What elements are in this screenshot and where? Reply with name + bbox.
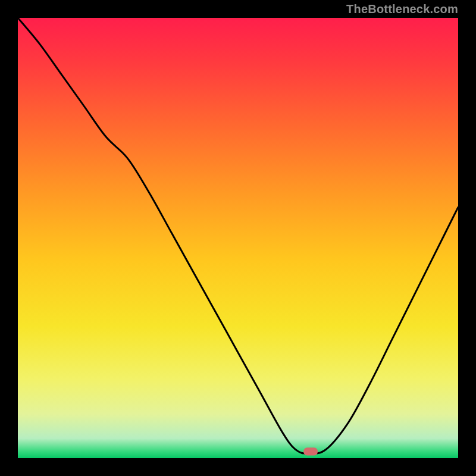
optimal-point-marker <box>303 447 318 455</box>
plot-area <box>18 18 458 458</box>
plot-svg <box>18 18 458 458</box>
gradient-background <box>18 18 458 458</box>
watermark-text: TheBottleneck.com <box>346 2 458 16</box>
chart-frame: TheBottleneck.com <box>0 0 476 476</box>
